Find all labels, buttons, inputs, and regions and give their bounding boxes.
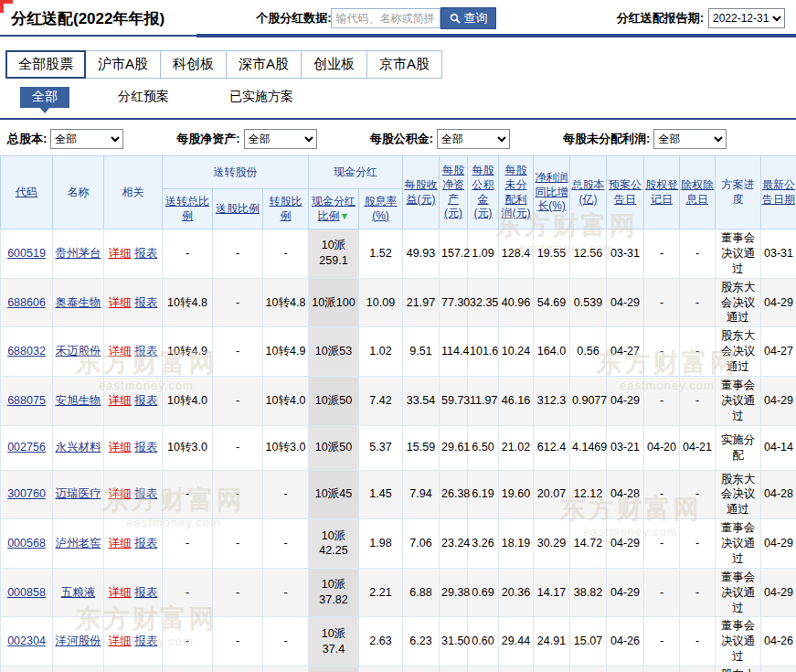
cell-eps: 7.94 — [403, 470, 440, 519]
cell-latest_date: 04-29 — [761, 278, 796, 327]
cell-cash: 10派42.25 — [309, 519, 359, 569]
stock-search-input[interactable] — [331, 8, 440, 28]
stock-code-link[interactable]: 600519 — [7, 247, 46, 260]
detail-link[interactable]: 详细 — [109, 537, 132, 549]
cell-growth: 14.17 — [534, 568, 570, 617]
capital-reserve-select[interactable]: 全部 — [437, 129, 510, 149]
stock-name-link[interactable]: 奥泰生物 — [56, 296, 101, 309]
stock-name-link[interactable]: 禾迈股份 — [56, 345, 101, 357]
detail-link[interactable]: 详细 — [109, 394, 132, 407]
detail-link[interactable]: 详细 — [109, 487, 132, 500]
cell-name: 五粮液 — [53, 568, 104, 617]
report-link[interactable]: 报表 — [134, 394, 157, 407]
cell-progress: 股东大会决议通过 — [716, 278, 761, 327]
scheme-tab-proposed[interactable]: 分红预案 — [106, 87, 181, 108]
stock-name-link[interactable]: 洋河股份 — [56, 635, 101, 647]
stock-code-link[interactable]: 002756 — [7, 441, 46, 453]
stock-name-link[interactable]: 五粮液 — [61, 586, 96, 599]
cell-cash: 10派100 — [309, 278, 359, 327]
stock-name-link[interactable]: 泸州老窖 — [56, 537, 101, 549]
cell-record_date: - — [644, 278, 680, 327]
search-button[interactable]: 查询 — [440, 7, 496, 29]
dividend-table: 代码 名称 相关 送转股份 现金分红 每股收益(元) 每股净资产(元) 每股公积… — [0, 155, 796, 672]
stock-search-group: 个股分红数据: 查询 — [256, 7, 496, 29]
cell-sz_song: - — [213, 470, 263, 519]
total-shares-select[interactable]: 全部 — [50, 129, 123, 149]
cell-code: 688606 — [1, 278, 53, 327]
cell-latest_date: 04-27 — [761, 327, 796, 377]
detail-link[interactable]: 详细 — [109, 441, 132, 453]
tab-chinext[interactable]: 创业板 — [301, 50, 367, 79]
tab-sz-a[interactable]: 深市A股 — [226, 50, 302, 79]
cell-sz_song: - — [213, 568, 263, 617]
detail-link[interactable]: 详细 — [109, 586, 132, 599]
cell-code: 000858 — [1, 568, 53, 617]
stock-name-link[interactable]: 永兴材料 — [56, 441, 101, 453]
cell-yield: 7.99 — [359, 667, 403, 672]
tab-star[interactable]: 科创板 — [160, 50, 227, 79]
report-link[interactable]: 报表 — [134, 247, 157, 260]
filter-capital-reserve: 每股公积金: 全部 — [370, 129, 510, 149]
cell-plan_date: 03-21 — [607, 425, 644, 470]
filter-label: 每股净资产: — [176, 131, 239, 147]
cell-progress: 股东大会决议通过 — [716, 667, 761, 672]
scheme-tab-all[interactable]: 全部 — [20, 87, 69, 108]
detail-link[interactable]: 详细 — [109, 296, 132, 309]
stock-code-link[interactable]: 000568 — [7, 537, 46, 549]
cell-code: 002932 — [1, 667, 53, 672]
stock-code-link[interactable]: 000858 — [7, 586, 46, 599]
report-link[interactable]: 报表 — [134, 635, 157, 647]
cell-shares: 12.12 — [570, 470, 607, 519]
tab-bj-a[interactable]: 京市A股 — [366, 50, 442, 79]
cell-plan_date: 04-29 — [607, 376, 644, 425]
detail-link[interactable]: 详细 — [109, 247, 132, 260]
report-link[interactable]: 报表 — [134, 487, 157, 500]
table-row: 002932明德生物详细 报表10转4.9-10转4.910派377.9927.… — [1, 667, 796, 672]
cell-yield: 2.63 — [359, 617, 403, 667]
cell-latest_date: 04-28 — [761, 470, 796, 519]
undistributed-profit-select[interactable]: 全部 — [653, 129, 727, 149]
cell-bps: 59.73 — [440, 376, 468, 425]
stock-code-link[interactable]: 688606 — [7, 296, 46, 309]
col-header-code-link[interactable]: 代码 — [16, 186, 37, 198]
cell-sz_zhuan: 10转3.0 — [263, 425, 309, 470]
detail-link[interactable]: 详细 — [109, 345, 132, 357]
stock-name-link[interactable]: 迈瑞医疗 — [56, 487, 101, 500]
stock-code-link[interactable]: 300760 — [7, 487, 46, 500]
cell-progress: 股东大会决议通过 — [716, 327, 761, 377]
cell-undist: 31.14 — [499, 667, 534, 672]
cell-related: 详细 报表 — [104, 425, 163, 470]
stock-name-link[interactable]: 贵州茅台 — [56, 247, 101, 260]
cell-plan_date: 04-29 — [607, 568, 644, 617]
cell-sz_song: - — [213, 519, 263, 569]
cell-cash: 10派259.1 — [309, 229, 359, 279]
stock-code-link[interactable]: 688075 — [7, 394, 46, 407]
cell-growth: 19.55 — [534, 229, 570, 279]
col-header-bonus-song: 送股比例 — [213, 189, 263, 229]
bps-select[interactable]: 全部 — [244, 129, 317, 149]
cell-shares: 0.539 — [570, 278, 607, 327]
stock-code-link[interactable]: 688032 — [7, 345, 46, 357]
stock-code-link[interactable]: 002304 — [7, 635, 46, 647]
tab-all-stocks[interactable]: 全部股票 — [5, 50, 86, 79]
report-link[interactable]: 报表 — [134, 441, 157, 453]
cell-growth: 54.69 — [534, 278, 570, 327]
report-link[interactable]: 报表 — [134, 537, 157, 549]
tab-sh-a[interactable]: 沪市A股 — [85, 50, 161, 79]
cell-code: 300760 — [1, 470, 53, 519]
report-period-select[interactable]: 2022-12-31 — [708, 8, 785, 28]
cell-growth: 197.8 — [534, 667, 570, 672]
report-link[interactable]: 报表 — [134, 586, 157, 599]
report-link[interactable]: 报表 — [134, 345, 157, 357]
table-row: 688032禾迈股份详细 报表10转4.9-10转4.910派531.029.5… — [1, 327, 796, 377]
report-link[interactable]: 报表 — [134, 296, 157, 309]
cell-shares: 15.07 — [570, 617, 607, 667]
cell-growth: 164.0 — [534, 327, 570, 377]
cell-shares: 12.56 — [570, 229, 607, 279]
scheme-tab-implemented[interactable]: 已实施方案 — [218, 87, 305, 108]
detail-link[interactable]: 详细 — [109, 635, 132, 647]
cell-related: 详细 报表 — [104, 278, 163, 327]
cell-latest_date: 04-14 — [761, 425, 796, 470]
cell-undist: 40.96 — [499, 278, 534, 327]
stock-name-link[interactable]: 安旭生物 — [56, 394, 101, 407]
